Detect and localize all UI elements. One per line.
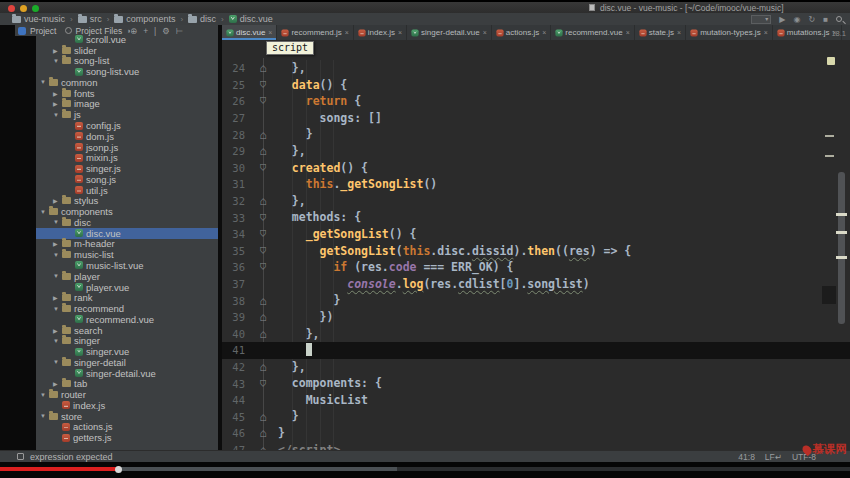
chevron-right-icon[interactable]: ▶ — [53, 294, 62, 301]
cursor-position[interactable]: 41:8 — [738, 452, 755, 462]
code-editor[interactable]: 24⌂ },25⌂ data() {26⌂ return {27 songs: … — [222, 40, 850, 450]
chevron-right-icon[interactable]: ▶ — [53, 90, 62, 97]
chevron-down-icon[interactable]: ▼ — [53, 112, 62, 118]
tab-close-icon[interactable]: × — [398, 29, 402, 36]
chevron-right-icon[interactable]: ▶ — [53, 240, 62, 247]
zoom-window-button[interactable] — [32, 5, 39, 12]
fold-marker-icon[interactable]: ⌂ — [248, 261, 278, 273]
code-line-29[interactable]: 29⌂ }, — [222, 143, 850, 160]
code-line-46[interactable]: 46⌂} — [222, 425, 850, 442]
close-window-button[interactable] — [8, 5, 15, 12]
code-line-36[interactable]: 36⌂ if (res.code === ERR_OK) { — [222, 259, 850, 276]
fold-marker-icon[interactable]: ⌂ — [248, 212, 278, 224]
chevron-down-icon[interactable]: ▼ — [53, 306, 62, 312]
code-line-38[interactable]: 38⌂ } — [222, 292, 850, 309]
editor-tab-state.js[interactable]: state.js× — [635, 25, 686, 40]
code-line-41[interactable]: 41 — [222, 342, 850, 359]
stop-icon[interactable]: ■ — [823, 15, 828, 24]
code-line-24[interactable]: 24⌂ }, — [222, 60, 850, 77]
chevron-down-icon[interactable]: ▼ — [40, 79, 49, 85]
fold-marker-icon[interactable]: ⌂ — [248, 245, 278, 257]
code-line-31[interactable]: 31 this._getSongList() — [222, 176, 850, 193]
debug-icon[interactable]: ◉ — [793, 15, 800, 24]
chevron-down-icon[interactable]: ▼ — [40, 413, 49, 419]
breadcrumb-item-disc.vue[interactable]: disc.vue — [229, 14, 273, 24]
video-playhead[interactable] — [115, 466, 122, 473]
code-line-35[interactable]: 35⌂ getSongList(this.disc.dissid).then((… — [222, 243, 850, 260]
warning-mark[interactable] — [836, 256, 847, 259]
editor-tab-index.js[interactable]: index.js× — [354, 25, 407, 40]
chevron-right-icon[interactable]: ▶ — [53, 327, 62, 334]
code-line-43[interactable]: 43⌂ components: { — [222, 375, 850, 392]
chevron-right-icon[interactable]: ▶ — [53, 47, 62, 54]
fold-marker-icon[interactable]: ⌂ — [248, 411, 278, 423]
code-line-40[interactable]: 40⌂ }, — [222, 326, 850, 343]
fold-marker-icon[interactable]: ⌂ — [248, 295, 278, 307]
code-line-42[interactable]: 42⌂ }, — [222, 359, 850, 376]
tab-close-icon[interactable]: × — [542, 29, 546, 36]
minimize-window-button[interactable] — [20, 5, 27, 12]
code-line-26[interactable]: 26⌂ return { — [222, 93, 850, 110]
chevron-down-icon[interactable]: ▼ — [53, 273, 62, 279]
code-line-37[interactable]: 37 console.log(res.cdlist[0].songlist) — [222, 276, 850, 293]
tab-close-icon[interactable]: × — [764, 29, 768, 36]
editor-tab-recommend.vue[interactable]: recommend.vue× — [551, 25, 634, 40]
code-line-33[interactable]: 33⌂ methods: { — [222, 209, 850, 226]
line-separator[interactable]: LF↵ — [765, 452, 782, 462]
fold-marker-icon[interactable]: ⌂ — [248, 62, 278, 74]
fold-marker-icon[interactable]: ⌂ — [248, 311, 278, 323]
search-icon[interactable] — [836, 16, 842, 22]
fold-marker-icon[interactable]: ⌂ — [248, 95, 278, 107]
breadcrumb-item-vue-music[interactable]: vue-music — [12, 14, 65, 24]
tab-close-icon[interactable]: × — [677, 29, 681, 36]
tab-close-icon[interactable]: × — [483, 29, 487, 36]
fold-marker-icon[interactable]: ⌂ — [248, 361, 278, 373]
editor-tab-mutation-types.js[interactable]: mutation-types.js× — [686, 25, 773, 40]
editor-tab-recommend.js[interactable]: recommend.js× — [277, 25, 353, 40]
code-line-32[interactable]: 32⌂ }, — [222, 193, 850, 210]
editor-tab-singer-detail.vue[interactable]: singer-detail.vue× — [407, 25, 492, 40]
hidden-tabs-count[interactable]: 18.1 — [831, 29, 846, 38]
code-line-28[interactable]: 28⌂ } — [222, 126, 850, 143]
warning-mark[interactable] — [836, 231, 847, 234]
fold-marker-icon[interactable]: ⌂ — [248, 195, 278, 207]
code-line-27[interactable]: 27 songs: [] — [222, 110, 850, 127]
chevron-right-icon[interactable]: ▶ — [53, 100, 62, 107]
chevron-down-icon[interactable]: ▼ — [53, 58, 62, 64]
code-line-34[interactable]: 34⌂ _getSongList() { — [222, 226, 850, 243]
coverage-icon[interactable]: ↻ — [808, 15, 815, 24]
code-line-30[interactable]: 30⌂ created() { — [222, 160, 850, 177]
fold-marker-icon[interactable]: ⌂ — [248, 228, 278, 240]
warning-mark[interactable] — [825, 135, 834, 137]
code-line-39[interactable]: 39⌂ }) — [222, 309, 850, 326]
breadcrumb-item-disc[interactable]: disc — [188, 14, 216, 24]
fold-marker-icon[interactable]: ⌂ — [248, 79, 278, 91]
chevron-right-icon[interactable]: ▶ — [53, 197, 62, 204]
editor-scrollbar[interactable] — [838, 172, 845, 324]
warning-mark[interactable] — [836, 213, 847, 216]
run-config-dropdown[interactable]: ▾ — [751, 15, 771, 24]
chevron-down-icon[interactable]: ▼ — [53, 338, 62, 344]
chevron-down-icon[interactable]: ▼ — [40, 392, 49, 398]
code-line-45[interactable]: 45⌂ } — [222, 408, 850, 425]
tab-close-icon[interactable]: × — [626, 29, 630, 36]
breadcrumb-item-src[interactable]: src — [78, 14, 102, 24]
fold-marker-icon[interactable]: ⌂ — [248, 427, 278, 439]
run-icon[interactable]: ▶ — [779, 15, 785, 24]
chevron-down-icon[interactable]: ▼ — [53, 219, 62, 225]
fold-marker-icon[interactable]: ⌂ — [248, 328, 278, 340]
code-line-44[interactable]: 44 MusicList — [222, 392, 850, 409]
macos-titlebar[interactable]: disc.vue - vue-music - [~/Code/imooc/vue… — [0, 2, 850, 13]
code-line-47[interactable]: 47⌂</script> — [222, 442, 850, 450]
editor-tab-disc.vue[interactable]: disc.vue× — [222, 25, 277, 40]
tab-close-icon[interactable]: × — [345, 29, 349, 36]
editor-tab-actions.js[interactable]: actions.js× — [492, 25, 551, 40]
breadcrumb-item-components[interactable]: components — [114, 14, 175, 24]
chevron-down-icon[interactable]: ▼ — [40, 209, 49, 215]
chevron-down-icon[interactable]: ▼ — [53, 252, 62, 258]
chevron-down-icon[interactable]: ▼ — [53, 359, 62, 365]
code-line-25[interactable]: 25⌂ data() { — [222, 77, 850, 94]
fold-marker-icon[interactable]: ⌂ — [248, 162, 278, 174]
fold-marker-icon[interactable]: ⌂ — [248, 145, 278, 157]
inspection-indicator[interactable] — [827, 57, 835, 65]
